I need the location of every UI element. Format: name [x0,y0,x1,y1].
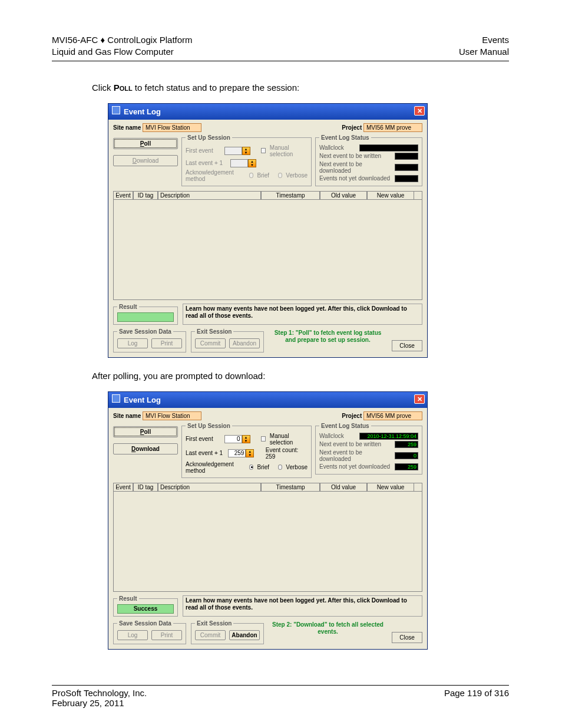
col-description[interactable]: Description [158,483,261,492]
page-header: MVI56-AFC ♦ ControlLogix Platform Events… [52,34,509,61]
scrollbar-header [414,191,422,200]
print-button[interactable]: Print [151,630,182,640]
verbose-radio [278,173,283,178]
wallclock-value [359,144,418,151]
spinner-icon[interactable]: ▲▼ [242,147,250,155]
close-icon[interactable]: ✕ [414,394,425,404]
col-id[interactable]: ID tag [133,483,158,492]
first-event-spinner[interactable]: ▲▼ [224,147,250,155]
not-yet-label: Events not yet downloaded [319,175,390,182]
result-group: Result Success [113,595,178,617]
col-description[interactable]: Description [158,191,261,200]
abandon-button[interactable]: Abandon [229,338,260,348]
col-new-value[interactable]: New value [367,483,414,492]
save-session-group: Save Session Data Log Print [113,328,186,353]
next-dl-label: Next event to be downloaded [319,449,395,462]
app-icon [112,394,120,403]
next-dl-label: Next event to be downloaded [319,161,395,174]
site-name-value: MVI Flow Station [143,411,201,420]
brief-label: Brief [257,172,269,179]
site-name-label: Site name [113,124,141,131]
next-write-value: 259 [395,441,418,448]
project-label: Project [342,413,362,419]
close-button[interactable]: Close [392,340,422,351]
ack-method-label: Acknowledgement method [186,461,242,474]
next-write-label: Next event to be written [319,441,381,447]
ack-method-label: Acknowledgement method [186,169,242,182]
project-label: Project [342,124,362,131]
log-button[interactable]: Log [117,630,148,640]
event-table-body[interactable] [113,492,422,592]
col-timestamp[interactable]: Timestamp [261,191,320,200]
print-button[interactable]: Print [151,338,182,348]
not-yet-value: 259 [395,463,418,470]
brief-radio[interactable] [249,465,254,470]
intro-text-1: Click Poll to fetch status and to prepar… [92,83,509,93]
manual-selection-checkbox [261,148,266,153]
header-right-1: Events [482,34,509,46]
event-table-body[interactable] [113,200,422,300]
last-event-spinner[interactable]: 259 ▲▼ [228,449,254,457]
status-legend: Event Log Status [319,134,371,141]
setup-session-group: Set Up Session First event 0 ▲▼ Manual s… [181,423,312,478]
save-session-legend: Save Session Data [117,620,173,627]
event-table-header: Event ID tag Description Timestamp Old v… [113,191,422,200]
spinner-icon[interactable]: ▲▼ [242,435,250,443]
window-title: Event Log [124,396,161,404]
not-yet-label: Events not yet downloaded [319,463,390,470]
col-old-value[interactable]: Old value [320,191,367,200]
next-dl-value: 0 [395,452,418,459]
last-event-label: Last event + 1 [186,160,228,166]
instruction-text: Learn how many events have not been logg… [183,595,422,617]
close-button[interactable]: Close [392,632,422,643]
spinner-icon[interactable]: ▲▼ [248,159,256,167]
first-event-value[interactable] [224,147,242,155]
not-yet-value [395,175,418,182]
header-left-2: Liquid and Gas Flow Computer [52,46,174,58]
setup-legend: Set Up Session [186,423,232,429]
save-session-group: Save Session Data Log Print [113,620,186,644]
result-legend: Result [117,304,139,310]
commit-button[interactable]: Commit [195,338,226,348]
brief-radio [249,173,254,178]
setup-session-group: Set Up Session First event ▲▼ Manual sel… [181,134,312,186]
poll-button[interactable]: Poll [113,138,178,149]
page-footer: ProSoft Technology, Inc. February 25, 20… [52,685,509,708]
poll-button[interactable]: Poll [113,426,178,437]
event-log-status-group: Event Log Status Wallclock Next event to… [315,134,422,186]
result-group: Result [113,304,178,325]
last-event-value[interactable] [230,159,248,167]
close-icon[interactable]: ✕ [414,106,425,116]
col-old-value[interactable]: Old value [320,483,367,492]
window-title: Event Log [124,107,161,116]
last-event-label: Last event + 1 [186,450,226,456]
first-event-spinner[interactable]: 0 ▲▼ [224,435,250,443]
verbose-radio[interactable] [278,465,283,470]
last-event-value[interactable]: 259 [228,449,246,457]
step-instruction: Step 1: "Poll" to fetch event log status… [269,328,387,353]
manual-selection-checkbox[interactable] [261,436,266,442]
result-value [117,312,174,322]
first-event-label: First event [186,147,222,154]
setup-legend: Set Up Session [186,134,232,141]
col-id[interactable]: ID tag [133,191,158,200]
col-timestamp[interactable]: Timestamp [261,483,320,492]
download-button[interactable]: Download [113,443,178,454]
col-event[interactable]: Event [113,191,133,200]
spinner-icon[interactable]: ▲▼ [246,449,254,457]
commit-button[interactable]: Commit [195,630,226,640]
col-new-value[interactable]: New value [367,191,414,200]
project-value: MVI56 MM prove [363,411,422,420]
log-button[interactable]: Log [117,338,148,348]
intro-text-2: After polling, you are prompted to downl… [92,371,509,381]
result-value: Success [117,604,174,614]
wallclock-label: Wallclock [319,144,344,151]
abandon-button[interactable]: Abandon [229,630,260,640]
first-event-value[interactable]: 0 [224,435,242,443]
event-count-label: Event count: 259 [266,447,308,460]
col-event[interactable]: Event [113,483,133,492]
download-button[interactable]: Download [113,155,178,166]
last-event-spinner[interactable]: ▲▼ [230,159,256,167]
header-left-1: MVI56-AFC ♦ ControlLogix Platform [52,34,193,46]
header-right-2: User Manual [459,46,509,58]
